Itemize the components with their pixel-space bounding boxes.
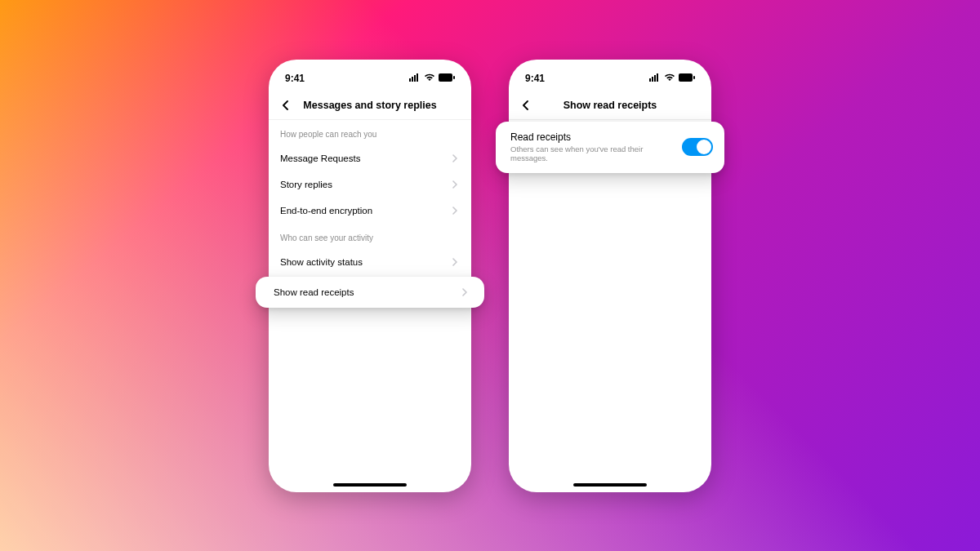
svg-rect-2: [414, 75, 416, 82]
toggle-knob: [697, 140, 711, 154]
status-icons: [649, 73, 695, 84]
svg-rect-3: [416, 73, 418, 82]
chevron-left-icon: [521, 100, 531, 110]
svg-rect-10: [679, 73, 693, 82]
svg-rect-4: [439, 73, 452, 82]
svg-rect-11: [693, 76, 695, 79]
status-time: 9:41: [285, 73, 305, 84]
card-text: Read receipts Others can see when you've…: [510, 131, 674, 164]
chevron-left-icon: [281, 100, 291, 110]
chevron-right-icon: [460, 287, 470, 297]
row-label: Story replies: [280, 180, 332, 189]
nav-bar: Show read receipts: [509, 92, 711, 120]
status-time: 9:41: [525, 73, 545, 84]
section-header-reach: How people can reach you: [269, 120, 471, 145]
chevron-right-icon: [450, 257, 460, 267]
phone-mockup-left: 9:41 Messages and story replies How peop…: [269, 60, 471, 492]
chevron-right-icon: [450, 180, 460, 189]
signal-icon: [649, 73, 661, 84]
svg-rect-5: [453, 76, 455, 79]
signal-icon: [409, 73, 421, 84]
read-receipts-toggle[interactable]: [682, 138, 713, 156]
page-title: Messages and story replies: [303, 100, 436, 111]
svg-rect-7: [652, 77, 653, 82]
section-header-activity: Who can see your activity: [269, 224, 471, 249]
status-icons: [409, 73, 455, 84]
svg-rect-9: [657, 73, 658, 82]
row-label: End-to-end encryption: [280, 206, 372, 216]
back-button[interactable]: [519, 98, 533, 113]
chevron-right-icon: [450, 153, 460, 163]
svg-rect-8: [654, 75, 656, 82]
svg-rect-0: [409, 78, 411, 82]
row-message-requests[interactable]: Message Requests: [269, 145, 471, 171]
row-end-to-end-encryption[interactable]: End-to-end encryption: [269, 198, 471, 224]
battery-icon: [679, 73, 695, 84]
svg-rect-1: [412, 77, 413, 82]
row-show-read-receipts[interactable]: Show read receipts: [256, 277, 484, 308]
row-story-replies[interactable]: Story replies: [269, 171, 471, 198]
back-button[interactable]: [278, 98, 293, 113]
wifi-icon: [424, 73, 435, 84]
home-indicator: [573, 483, 647, 487]
phone-mockup-right: 9:41 Show read receipts Read receipts Ot…: [509, 60, 711, 492]
settings-detail: Read receipts Others can see when you've…: [509, 120, 711, 492]
row-label: Show activity status: [280, 257, 363, 267]
read-receipts-card: Read receipts Others can see when you've…: [496, 122, 724, 174]
battery-icon: [439, 73, 455, 84]
row-label: Message Requests: [280, 153, 360, 163]
card-title: Read receipts: [510, 131, 674, 143]
row-show-activity-status[interactable]: Show activity status: [269, 249, 471, 275]
home-indicator: [333, 483, 407, 487]
status-bar: 9:41: [509, 60, 711, 92]
settings-list: How people can reach you Message Request…: [269, 120, 471, 492]
svg-rect-6: [649, 78, 651, 82]
nav-bar: Messages and story replies: [269, 92, 471, 120]
wifi-icon: [664, 73, 675, 84]
page-title: Show read receipts: [564, 100, 657, 111]
card-subtitle: Others can see when you've read their me…: [510, 144, 674, 164]
chevron-right-icon: [450, 206, 460, 216]
status-bar: 9:41: [269, 60, 471, 92]
row-label: Show read receipts: [274, 287, 354, 297]
